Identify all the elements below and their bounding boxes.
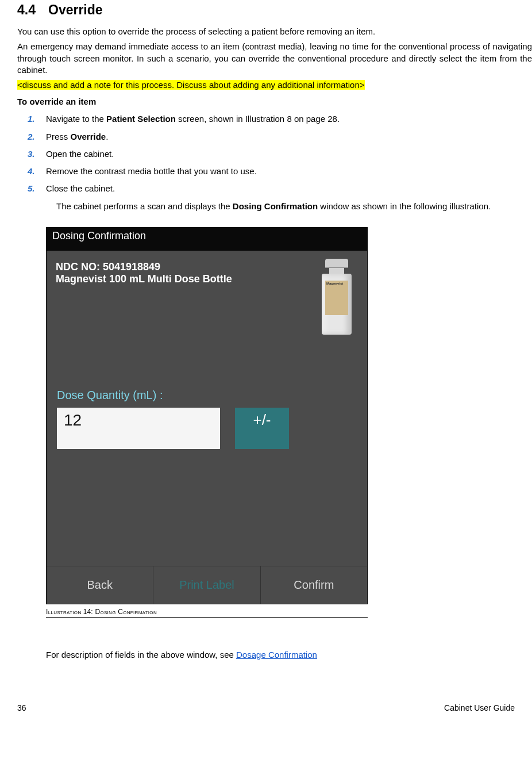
page-footer: 36 Cabinet User Guide bbox=[17, 703, 515, 712]
section-title: Override bbox=[48, 2, 103, 17]
step-text: Press Override. bbox=[46, 131, 532, 143]
section-heading: 4.4Override bbox=[17, 2, 532, 18]
bottle-icon: Magnevist bbox=[320, 259, 353, 337]
confirm-button[interactable]: Confirm bbox=[261, 566, 367, 604]
dose-value: 12 bbox=[64, 408, 82, 430]
step-number: 4. bbox=[28, 166, 46, 177]
step-text: Navigate to the Patient Selection screen… bbox=[46, 113, 532, 125]
step-item: 1. Navigate to the Patient Selection scr… bbox=[28, 113, 532, 125]
step-text: Close the cabinet. bbox=[46, 183, 532, 194]
print-label-button[interactable]: Print Label bbox=[153, 566, 260, 604]
section-number: 4.4 bbox=[17, 2, 48, 18]
dose-label: Dose Quantity (mL) : bbox=[47, 337, 367, 408]
step-text: Remove the contrast media bottle that yo… bbox=[46, 166, 532, 177]
procedure-lead: To override an item bbox=[17, 97, 532, 106]
back-button[interactable]: Back bbox=[47, 566, 153, 604]
ndc-number: NDC NO: 5041918849 bbox=[56, 261, 314, 273]
dose-input[interactable]: 12 bbox=[57, 408, 220, 449]
editorial-note: <discuss and add a note for this process… bbox=[17, 79, 532, 91]
cross-ref-text: For description of fields in the above w… bbox=[46, 650, 532, 660]
document-title: Cabinet User Guide bbox=[444, 703, 515, 712]
paragraph-intro: You can use this option to override the … bbox=[17, 26, 532, 37]
plus-minus-button[interactable]: +/- bbox=[235, 408, 289, 449]
ordered-steps: 1. Navigate to the Patient Selection scr… bbox=[28, 113, 532, 212]
step-text: Open the cabinet. bbox=[46, 148, 532, 160]
highlighted-note: <discuss and add a note for this process… bbox=[17, 80, 365, 90]
step-item: 5. Close the cabinet. bbox=[28, 183, 532, 194]
ndc-row: NDC NO: 5041918849 Magnevist 100 mL Mult… bbox=[47, 251, 367, 337]
bottle-label: Magnevist bbox=[325, 281, 348, 315]
step-item: 4. Remove the contrast media bottle that… bbox=[28, 166, 532, 177]
step-item: 2. Press Override. bbox=[28, 131, 532, 143]
paragraph-emergency: An emergency may demand immediate access… bbox=[17, 41, 532, 76]
step-followup: The cabinet performs a scan and displays… bbox=[56, 201, 532, 212]
step-number: 5. bbox=[28, 183, 46, 194]
step-number: 1. bbox=[28, 113, 46, 125]
page-number: 36 bbox=[17, 703, 26, 712]
window-title: Dosing Confirmation bbox=[47, 228, 367, 251]
dosing-confirmation-screenshot: Dosing Confirmation NDC NO: 5041918849 M… bbox=[46, 227, 368, 604]
dosage-confirmation-link[interactable]: Dosage Confirmation bbox=[236, 650, 317, 660]
product-name: Magnevist 100 mL Multi Dose Bottle bbox=[56, 273, 314, 285]
figure-caption: Illustration 14: Dosing Confirmation bbox=[46, 608, 368, 618]
step-number: 3. bbox=[28, 148, 46, 160]
step-number: 2. bbox=[28, 131, 46, 143]
step-item: 3. Open the cabinet. bbox=[28, 148, 532, 160]
